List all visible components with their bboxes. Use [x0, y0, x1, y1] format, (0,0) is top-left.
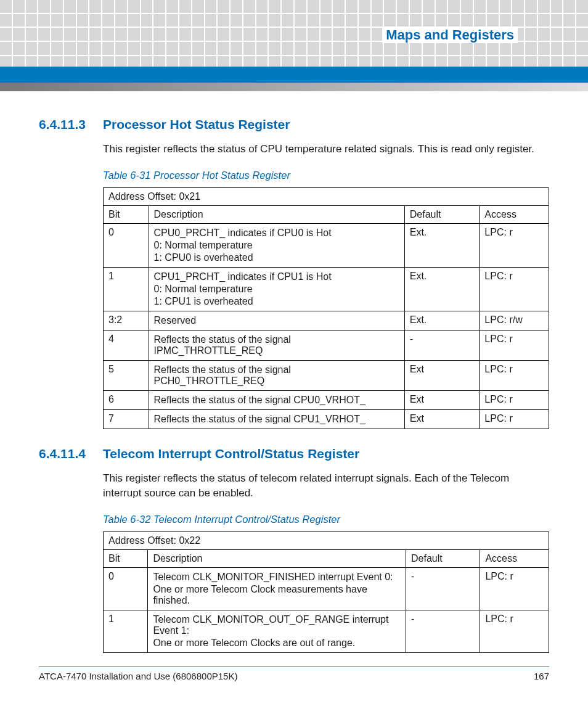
table-address-row: Address Offset: 0x21: [104, 187, 549, 205]
cell-default: -: [406, 610, 480, 652]
desc-line: Reflects the status of the signal IPMC_T…: [154, 334, 399, 357]
desc-line: 1: CPU1 is overheated: [154, 295, 399, 308]
table-row: 0CPU0_PRCHT_ indicates if CPU0 is Hot0: …: [104, 223, 549, 267]
header-blue-bar: [0, 67, 588, 83]
page-footer: ATCA-7470 Installation and Use (6806800P…: [39, 667, 549, 681]
desc-line: Reflects the status of the signal PCH0_T…: [154, 364, 399, 387]
col-def: Default: [404, 205, 480, 223]
table-caption: Table 6-31 Processor Hot Status Register: [103, 170, 549, 181]
section-number: 6.4.11.3: [39, 117, 92, 132]
section-heading: 6.4.11.4 Telecom Interrupt Control/Statu…: [39, 446, 549, 461]
col-bit: Bit: [104, 205, 149, 223]
cell-bit: 4: [104, 330, 149, 360]
desc-line: Telecom CLK_MONITOR_OUT_OF_RANGE interru…: [153, 614, 401, 637]
cell-default: Ext: [404, 409, 480, 429]
cell-bit: 1: [104, 610, 148, 652]
cell-bit: 3:2: [104, 311, 149, 330]
table-row: 7Reflects the status of the signal CPU1_…: [104, 409, 549, 429]
cell-default: Ext.: [404, 223, 480, 267]
col-desc: Description: [148, 549, 406, 567]
address-offset: Address Offset: 0x22: [104, 532, 549, 549]
section-title: Telecom Interrupt Control/Status Registe…: [103, 446, 359, 461]
cell-default: Ext: [404, 360, 480, 390]
table-row: 5Reflects the status of the signal PCH0_…: [104, 360, 549, 390]
cell-description: Reflects the status of the signal CPU1_V…: [149, 409, 404, 429]
table-row: 1CPU1_PRCHT_ indicates if CPU1 is Hot0: …: [104, 267, 549, 311]
page-content: 6.4.11.3 Processor Hot Status Register T…: [39, 111, 549, 653]
cell-description: Reflects the status of the signal CPU0_V…: [149, 390, 404, 409]
col-acc: Access: [480, 205, 549, 223]
cell-default: Ext.: [404, 267, 480, 311]
register-table-631: Address Offset: 0x21 Bit Description Def…: [103, 187, 549, 429]
cell-bit: 7: [104, 409, 149, 429]
cell-access: LPC: r: [480, 223, 549, 267]
col-def: Default: [406, 549, 480, 567]
footer-page-number: 167: [534, 671, 549, 681]
desc-line: One or more Telecom Clock measurements h…: [153, 583, 401, 607]
cell-description: CPU0_PRCHT_ indicates if CPU0 is Hot0: N…: [149, 223, 404, 267]
table-row: 3:2ReservedExt.LPC: r/w: [104, 311, 549, 330]
cell-access: LPC: r: [480, 409, 549, 429]
cell-description: Reflects the status of the signal IPMC_T…: [149, 330, 404, 360]
cell-access: LPC: r: [480, 360, 549, 390]
cell-bit: 1: [104, 267, 149, 311]
table-header-row: Bit Description Default Access: [104, 549, 549, 567]
table-row: 6Reflects the status of the signal CPU0_…: [104, 390, 549, 409]
footer-doc-title: ATCA-7470 Installation and Use (6806800P…: [39, 671, 237, 681]
cell-access: LPC: r: [480, 567, 549, 610]
cell-default: Ext: [404, 390, 480, 409]
table-row: 4Reflects the status of the signal IPMC_…: [104, 330, 549, 360]
section-heading: 6.4.11.3 Processor Hot Status Register: [39, 117, 549, 132]
cell-default: -: [406, 567, 480, 610]
table-header-row: Bit Description Default Access: [104, 205, 549, 223]
cell-bit: 5: [104, 360, 149, 390]
cell-default: -: [404, 330, 480, 360]
desc-line: Telecom CLK_MONITOR_FINISHED interrupt E…: [153, 571, 401, 583]
desc-line: Reflects the status of the signal CPU0_V…: [154, 394, 399, 406]
header-gradient-bar: [0, 83, 588, 91]
cell-access: LPC: r/w: [480, 311, 549, 330]
desc-line: CPU1_PRCHT_ indicates if CPU1 is Hot: [154, 271, 399, 283]
cell-bit: 0: [104, 223, 149, 267]
desc-line: 0: Normal temperature: [154, 283, 399, 295]
desc-line: Reflects the status of the signal CPU1_V…: [154, 413, 399, 425]
chapter-title: Maps and Registers: [382, 27, 518, 43]
cell-access: LPC: r: [480, 610, 549, 652]
cell-description: Reserved: [149, 311, 404, 330]
cell-description: CPU1_PRCHT_ indicates if CPU1 is Hot0: N…: [149, 267, 404, 311]
section-number: 6.4.11.4: [39, 446, 92, 461]
section-title: Processor Hot Status Register: [103, 117, 290, 132]
cell-description: Telecom CLK_MONITOR_OUT_OF_RANGE interru…: [148, 610, 406, 652]
cell-access: LPC: r: [480, 390, 549, 409]
cell-access: LPC: r: [480, 267, 549, 311]
cell-description: Reflects the status of the signal PCH0_T…: [149, 360, 404, 390]
cell-default: Ext.: [404, 311, 480, 330]
cell-bit: 0: [104, 567, 148, 610]
table-address-row: Address Offset: 0x22: [104, 532, 549, 549]
cell-access: LPC: r: [480, 330, 549, 360]
table-caption: Table 6-32 Telecom Interrupt Control/Sta…: [103, 514, 549, 525]
desc-line: Reserved: [154, 314, 399, 327]
address-offset: Address Offset: 0x21: [104, 187, 549, 205]
col-desc: Description: [149, 205, 404, 223]
desc-line: One or more Telecom Clocks are out of ra…: [153, 637, 401, 649]
table-row: 0Telecom CLK_MONITOR_FINISHED interrupt …: [104, 567, 549, 610]
col-bit: Bit: [104, 549, 148, 567]
desc-line: 0: Normal temperature: [154, 239, 399, 252]
desc-line: CPU0_PRCHT_ indicates if CPU0 is Hot: [154, 227, 399, 239]
cell-description: Telecom CLK_MONITOR_FINISHED interrupt E…: [148, 567, 406, 610]
desc-line: 1: CPU0 is overheated: [154, 252, 399, 264]
section-body: This register reflects the status of CPU…: [103, 142, 549, 157]
section-body: This register reflects the status of tel…: [103, 471, 549, 501]
table-row: 1Telecom CLK_MONITOR_OUT_OF_RANGE interr…: [104, 610, 549, 652]
col-acc: Access: [480, 549, 549, 567]
cell-bit: 6: [104, 390, 149, 409]
register-table-632: Address Offset: 0x22 Bit Description Def…: [103, 532, 549, 653]
